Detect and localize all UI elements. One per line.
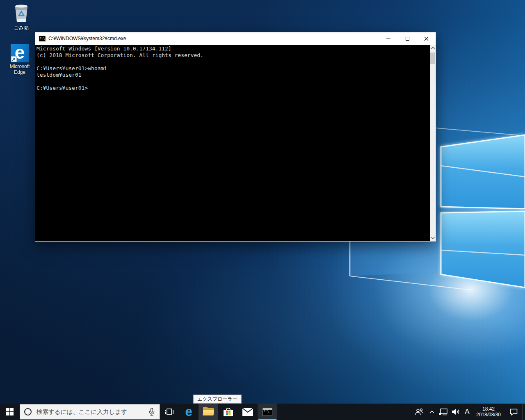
scrollbar-thumb[interactable] [430,52,435,64]
cmd-window: C:\ C:¥WINDOWS¥system32¥cmd.exe Microsof… [35,32,436,242]
people-button[interactable] [412,404,427,420]
people-icon [415,408,424,415]
cmd-window-icon: C:\ [39,36,46,41]
recycle-bin-glyph [6,2,37,24]
action-center-icon [510,409,518,415]
system-tray: A 18:42 2018/08/30 [412,404,525,420]
taskbar-search-box[interactable] [20,404,160,420]
task-view-icon [165,408,174,415]
edge-shortcut-label: Microsoft Edge [4,64,35,75]
edge-tile-glyph: e [4,41,35,62]
shortcut-arrow-icon [11,56,17,62]
console-output[interactable]: Microsoft Windows [Version 10.0.17134.11… [35,45,430,241]
taskbar-explorer-button[interactable] [199,404,218,420]
recycle-bin-icon[interactable]: ごみ箱 [6,2,37,31]
hidden-icons-button[interactable] [427,404,437,420]
console-line [37,59,430,65]
microphone-icon[interactable] [149,408,155,416]
console-line: C:¥Users¥user01> [37,85,430,91]
search-input[interactable] [36,408,144,415]
speaker-icon [452,409,460,415]
close-button[interactable] [417,32,436,45]
console-line: (c) 2018 Microsoft Corporation. All righ… [37,52,430,59]
chevron-up-icon [429,410,434,413]
clock-time: 18:42 [476,406,501,412]
cortana-icon [24,408,32,415]
taskbar: e C:\_ [0,404,525,420]
network-icon [439,409,447,415]
scroll-down-icon[interactable] [430,235,436,241]
cmd-titlebar[interactable]: C:\ C:¥WINDOWS¥system32¥cmd.exe [35,32,436,45]
edge-desktop-shortcut[interactable]: e Microsoft Edge [4,41,35,75]
desktop-screen: ごみ箱 e Microsoft Edge C:\ C:¥WINDOWS¥syst… [0,0,525,420]
taskbar-store-button[interactable] [218,404,238,420]
taskbar-clock[interactable]: 18:42 2018/08/30 [472,404,504,420]
explorer-tooltip: エクスプローラー [193,395,242,404]
network-button[interactable] [437,404,450,420]
console-line [37,78,430,85]
console-line: testdom¥user01 [37,72,430,78]
ime-mode-indicator[interactable]: A [462,404,472,420]
windows-start-icon [6,408,14,415]
mail-icon [242,408,253,416]
taskbar-cmd-button[interactable]: C:\_ [258,404,277,420]
recycle-bin-label: ごみ箱 [6,25,37,31]
maximize-button[interactable] [398,32,417,45]
cmd-window-title: C:¥WINDOWS¥system32¥cmd.exe [48,36,379,41]
taskbar-mail-button[interactable] [238,404,258,420]
console-scrollbar[interactable] [430,45,436,241]
minimize-button[interactable] [379,32,398,45]
maximize-icon [406,37,409,41]
file-explorer-icon [203,408,214,416]
volume-button[interactable] [450,404,462,420]
scroll-up-icon[interactable] [430,45,436,51]
microsoft-store-icon [224,408,233,416]
show-desktop-button[interactable] [523,404,525,420]
action-center-button[interactable] [504,404,523,420]
command-prompt-icon: C:\_ [262,408,272,416]
clock-date: 2018/08/30 [476,412,501,418]
edge-icon: e [185,406,192,418]
start-button[interactable] [0,404,20,420]
minimize-icon [386,39,390,39]
console-line: C:¥Users¥user01>whoami [37,65,430,72]
task-view-button[interactable] [160,404,179,420]
close-icon [424,37,429,41]
console-line: Microsoft Windows [Version 10.0.17134.11… [37,46,430,52]
taskbar-edge-button[interactable]: e [179,404,199,420]
